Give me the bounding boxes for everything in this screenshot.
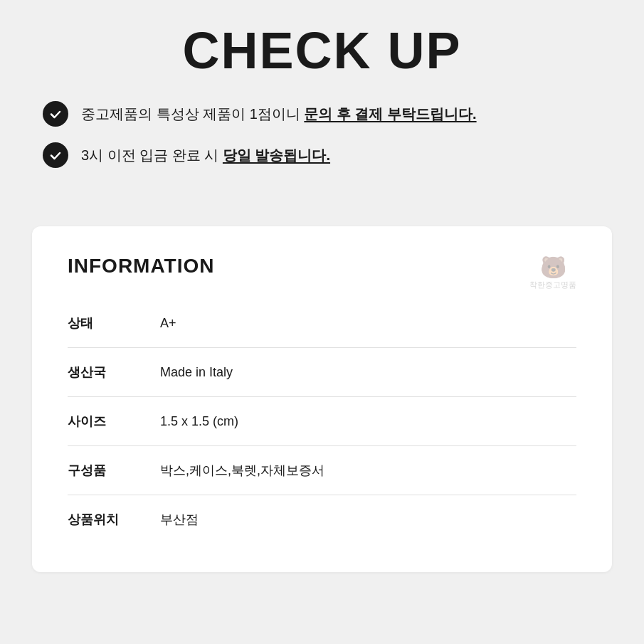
checklist-item-2: 3시 이전 입금 완료 시 당일 발송됩니다. (43, 142, 601, 168)
table-row: 상품위치부산점 (68, 495, 576, 544)
checklist-bold-1: 문의 후 결제 부탁드립니다. (304, 106, 476, 122)
table-value-2: 1.5 x 1.5 (cm) (160, 397, 576, 446)
table-label-2: 사이즈 (68, 397, 160, 446)
watermark-icon: 🐻 (529, 255, 576, 280)
check-icon-1 (43, 101, 68, 127)
table-value-4: 부산점 (160, 495, 576, 544)
info-title: INFORMATION (68, 255, 576, 278)
watermark-text: 착한중고명품 (529, 280, 576, 290)
table-label-3: 구성품 (68, 446, 160, 495)
info-table: 상태A+생산국Made in Italy사이즈1.5 x 1.5 (cm)구성품… (68, 299, 576, 544)
table-label-0: 상태 (68, 299, 160, 348)
table-value-1: Made in Italy (160, 348, 576, 397)
check-icon-2 (43, 142, 68, 168)
title-area: CHECK UP (43, 21, 601, 80)
page-title: CHECK UP (43, 21, 601, 80)
checklist: 중고제품의 특성상 제품이 1점이니 문의 후 결제 부탁드립니다. 3시 이전… (43, 101, 601, 168)
checklist-item-1: 중고제품의 특성상 제품이 1점이니 문의 후 결제 부탁드립니다. (43, 101, 601, 127)
top-section: CHECK UP 중고제품의 특성상 제품이 1점이니 문의 후 결제 부탁드립… (0, 0, 644, 212)
table-row: 상태A+ (68, 299, 576, 348)
table-row: 구성품박스,케이스,북렛,자체보증서 (68, 446, 576, 495)
table-value-0: A+ (160, 299, 576, 348)
checklist-bold-2: 당일 발송됩니다. (223, 147, 330, 163)
table-value-3: 박스,케이스,북렛,자체보증서 (160, 446, 576, 495)
table-label-1: 생산국 (68, 348, 160, 397)
table-row: 생산국Made in Italy (68, 348, 576, 397)
table-label-4: 상품위치 (68, 495, 160, 544)
watermark: 🐻 착한중고명품 (529, 255, 576, 290)
checklist-text-1: 중고제품의 특성상 제품이 1점이니 문의 후 결제 부탁드립니다. (81, 103, 477, 125)
table-row: 사이즈1.5 x 1.5 (cm) (68, 397, 576, 446)
checklist-text-2: 3시 이전 입금 완료 시 당일 발송됩니다. (81, 144, 330, 166)
info-card: INFORMATION 🐻 착한중고명품 상태A+생산국Made in Ital… (32, 226, 612, 572)
